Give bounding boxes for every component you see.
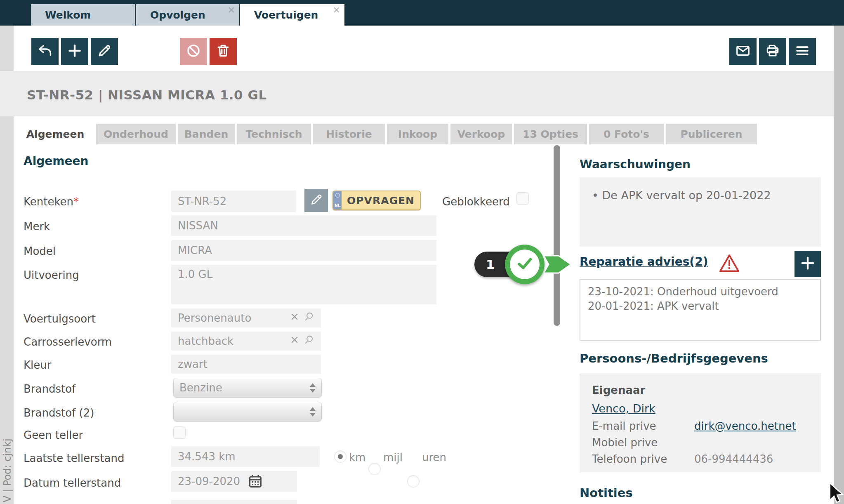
- search-icon[interactable]: [304, 334, 314, 348]
- tab-label: Algemeen: [26, 128, 85, 140]
- mail-button[interactable]: [729, 38, 757, 65]
- tab-historie[interactable]: Historie: [313, 124, 385, 144]
- uitvoering-textarea[interactable]: 1.0 GL: [171, 265, 436, 304]
- plus-icon: [67, 43, 83, 60]
- tab-verkoop[interactable]: Verkoop: [450, 124, 512, 144]
- carrosserievorm-value: hatchback: [178, 335, 233, 347]
- page-title: ST-NR-52 | NISSAN MICRA 1.0 GL: [27, 87, 267, 102]
- clear-icon[interactable]: [290, 335, 299, 347]
- block-button[interactable]: [180, 38, 207, 65]
- geblokkeerd-checkbox[interactable]: [516, 192, 529, 205]
- repair-entry: 20-01-2021: APK vervalt: [588, 299, 813, 313]
- merk-input[interactable]: NISSAN: [171, 215, 436, 236]
- geen-teller-label: Geen teller: [24, 429, 83, 441]
- tab-opties[interactable]: 13 Opties: [514, 124, 587, 144]
- brandstof2-label: Brandstof (2): [24, 407, 94, 419]
- hamburger-icon: [794, 43, 810, 60]
- kenteken-value: ST-NR-52: [178, 195, 226, 207]
- unit-label-uren: uren: [422, 451, 446, 464]
- tab-label: Onderhoud: [104, 128, 168, 140]
- window-tab-opvolgen[interactable]: Opvolgen ✕: [136, 4, 239, 26]
- select-arrows-icon: [310, 383, 316, 393]
- pod-side-label: V | Pod: cjnkj: [2, 438, 13, 502]
- brandstof2-select[interactable]: [173, 402, 322, 422]
- status-count: 1: [486, 257, 495, 272]
- voertuigsoort-input[interactable]: Personenauto: [171, 309, 321, 327]
- email-link[interactable]: dirk@venco.hetnet: [694, 420, 796, 432]
- person-row: Telefoon prive 06-994444436: [592, 453, 809, 465]
- opvragen-label: OPVRAGEN: [342, 191, 420, 210]
- unit-radio-uren[interactable]: [407, 475, 420, 488]
- repair-advice-label: Reparatie advies(2): [580, 255, 708, 268]
- warning-text: De APK vervalt op 20-01-2022: [602, 189, 771, 202]
- check-circle: [505, 245, 545, 284]
- window-scrollbar[interactable]: [834, 26, 844, 504]
- unit-radio-mijl[interactable]: [368, 463, 381, 475]
- tab-label: Historie: [326, 128, 372, 140]
- carrosserievorm-label: Carrosserievorm: [24, 336, 112, 348]
- unit-radio-km[interactable]: [334, 450, 347, 463]
- back-button[interactable]: [31, 38, 59, 65]
- tab-label: Banden: [184, 128, 228, 140]
- tab-label: 0 Foto's: [604, 128, 649, 140]
- tab-label: Verkoop: [457, 128, 505, 140]
- add-repair-advice-button[interactable]: [794, 251, 821, 277]
- geen-teller-checkbox[interactable]: [173, 426, 186, 439]
- arrow-right-icon: [543, 252, 573, 278]
- kenteken-edit-button[interactable]: [304, 189, 328, 212]
- carrosserievorm-input[interactable]: hatchback: [171, 332, 321, 351]
- window-tab-voertuigen[interactable]: Voertuigen ✕: [240, 4, 344, 26]
- datum-tellerstand-input[interactable]: 23-09-2020: [171, 471, 297, 492]
- tellerstand-input[interactable]: 34.543 km: [171, 446, 320, 467]
- kleur-label: Kleur: [24, 359, 51, 371]
- tab-label: Inkoop: [398, 128, 437, 140]
- next-field-partial[interactable]: [171, 500, 297, 504]
- brandstof-select[interactable]: Benzine: [173, 378, 322, 398]
- kleur-input[interactable]: zwart: [171, 355, 321, 374]
- plus-icon: [799, 255, 816, 273]
- window-tab-label: Opvolgen: [150, 9, 205, 21]
- pencil-icon: [309, 193, 323, 208]
- undo-arrow-icon: [37, 43, 53, 60]
- tab-technisch[interactable]: Technisch: [237, 124, 311, 144]
- opvragen-button[interactable]: NL OPVRAGEN: [332, 191, 421, 210]
- close-icon[interactable]: ✕: [333, 6, 340, 15]
- repair-advice-textarea[interactable]: 23-10-2021: Onderhoud uitgevoerd 20-01-2…: [580, 279, 821, 341]
- window-tab-welkom[interactable]: Welkom: [31, 4, 135, 26]
- notes-heading: Notities: [580, 486, 633, 500]
- datum-tellerstand-label: Datum tellerstand: [24, 477, 121, 489]
- menu-button[interactable]: [789, 38, 816, 65]
- tellerstand-value: 34.543 km: [178, 450, 236, 463]
- tab-publiceren[interactable]: Publiceren: [666, 124, 757, 144]
- tab-inkoop[interactable]: Inkoop: [387, 124, 448, 144]
- add-button[interactable]: [61, 38, 88, 65]
- tab-banden[interactable]: Banden: [178, 124, 235, 144]
- close-icon[interactable]: ✕: [228, 6, 235, 15]
- owner-name-link[interactable]: Venco, Dirk: [592, 402, 809, 415]
- model-label: Model: [24, 245, 56, 257]
- nl-label: NL: [335, 203, 341, 208]
- person-box: Eigenaar Venco, Dirk E-mail prive dirk@v…: [580, 373, 821, 472]
- delete-button[interactable]: [210, 38, 237, 65]
- tab-fotos[interactable]: 0 Foto's: [589, 124, 664, 144]
- owner-label: Eigenaar: [592, 384, 809, 396]
- warnings-box: • De APK vervalt op 20-01-2022: [580, 177, 821, 247]
- model-input[interactable]: MICRA: [171, 240, 436, 261]
- calendar-icon[interactable]: [248, 473, 263, 489]
- edit-button[interactable]: [91, 38, 118, 65]
- repair-advice-link[interactable]: Reparatie advies(2): [580, 255, 708, 268]
- owner-name: Venco, Dirk: [592, 402, 655, 415]
- search-icon[interactable]: [304, 311, 314, 325]
- tab-onderhoud[interactable]: Onderhoud: [96, 124, 176, 144]
- warning-triangle-icon: [719, 253, 740, 275]
- clear-icon[interactable]: [290, 312, 299, 324]
- geblokkeerd-label: Geblokkeerd: [442, 195, 510, 208]
- tab-algemeen[interactable]: Algemeen: [17, 124, 94, 144]
- repair-entry: 23-10-2021: Onderhoud uitgevoerd: [588, 285, 813, 299]
- kenteken-input[interactable]: ST-NR-52: [171, 191, 296, 212]
- phone-value: 06-994444436: [694, 453, 773, 465]
- voertuigsoort-value: Personenauto: [178, 312, 251, 324]
- print-button[interactable]: [759, 38, 786, 65]
- nl-plate-band: NL: [333, 191, 342, 210]
- column-scrollbar[interactable]: [554, 145, 560, 326]
